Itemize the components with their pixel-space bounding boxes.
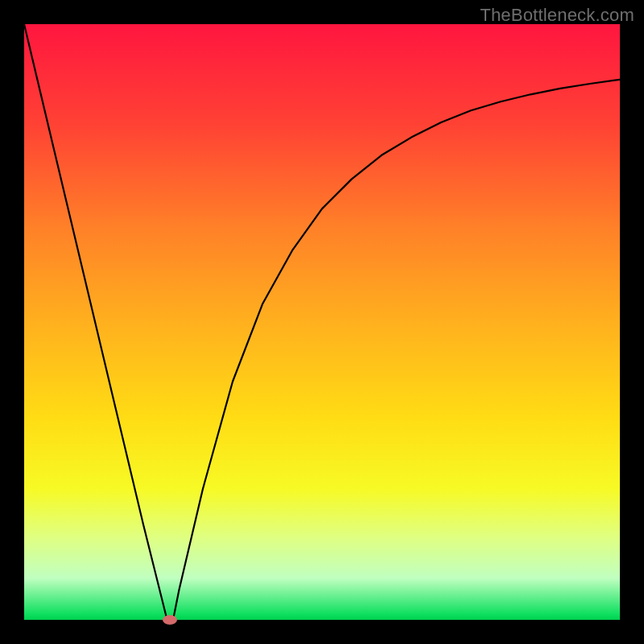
chart-frame: TheBottleneck.com bbox=[0, 0, 644, 644]
curve-path bbox=[24, 24, 620, 620]
watermark-text: TheBottleneck.com bbox=[480, 5, 634, 26]
bottleneck-curve bbox=[24, 24, 620, 620]
optimum-marker bbox=[163, 615, 177, 625]
plot-area bbox=[24, 24, 620, 620]
